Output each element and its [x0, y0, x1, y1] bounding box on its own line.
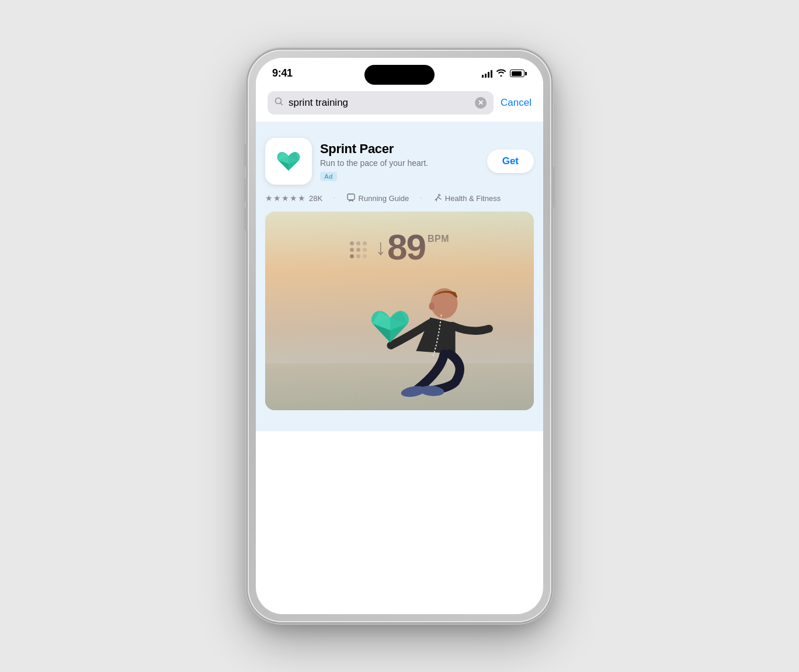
app-info: Sprint Pacer Run to the pace of your hea…	[320, 141, 479, 181]
cancel-button[interactable]: Cancel	[501, 97, 531, 109]
status-time: 9:41	[272, 67, 293, 79]
rating-count: 28K	[309, 194, 322, 203]
svg-rect-1	[348, 194, 355, 200]
search-icon	[275, 97, 284, 109]
screenshot-card[interactable]: ↓ 89 BPM	[265, 212, 534, 410]
search-clear-button[interactable]: ✕	[475, 97, 487, 109]
running-guide-item: Running Guide	[346, 193, 409, 203]
ad-badge: Ad	[320, 172, 337, 181]
runner-icon	[433, 193, 442, 203]
stars-icon: ★★★★★	[265, 193, 306, 203]
health-fitness-item: Health & Fitness	[433, 193, 501, 203]
phone-wrapper: 9:41	[248, 50, 551, 622]
person-icon	[346, 193, 356, 203]
search-bar[interactable]: sprint training ✕	[268, 91, 494, 115]
app-top-row: Sprint Pacer Run to the pace of your hea…	[265, 138, 534, 185]
search-bar-row: sprint training ✕ Cancel	[268, 91, 531, 115]
svg-point-6	[429, 302, 435, 310]
app-icon-graphic	[273, 146, 304, 176]
running-guide-label: Running Guide	[359, 194, 409, 203]
app-name: Sprint Pacer	[320, 141, 479, 157]
search-section: sprint training ✕ Cancel	[256, 85, 543, 122]
health-fitness-label: Health & Fitness	[445, 194, 501, 203]
meta-separator-2: ·	[419, 193, 422, 203]
phone-frame: 9:41	[248, 50, 551, 622]
battery-icon	[510, 70, 527, 77]
wifi-icon	[496, 68, 506, 78]
get-button[interactable]: Get	[487, 150, 534, 173]
signal-bars-icon	[482, 70, 492, 78]
search-input-text: sprint training	[289, 97, 470, 109]
dynamic-island	[364, 65, 435, 85]
phone-screen: 9:41	[256, 58, 543, 614]
content-area: Sprint Pacer Run to the pace of your hea…	[256, 122, 543, 431]
app-icon[interactable]	[265, 138, 312, 185]
status-bar: 9:41	[256, 58, 543, 85]
heart-logo-overlay	[367, 303, 414, 352]
scene-container	[265, 212, 534, 410]
meta-separator-1: ·	[333, 193, 335, 203]
meta-row: ★★★★★ 28K · Running Guide ·	[265, 193, 534, 203]
status-icons	[482, 68, 527, 78]
app-result-card: Sprint Pacer Run to the pace of your hea…	[265, 133, 534, 420]
svg-point-2	[438, 195, 440, 196]
rating-item: ★★★★★ 28K	[265, 193, 322, 203]
app-subtitle: Run to the pace of your heart.	[320, 158, 479, 168]
